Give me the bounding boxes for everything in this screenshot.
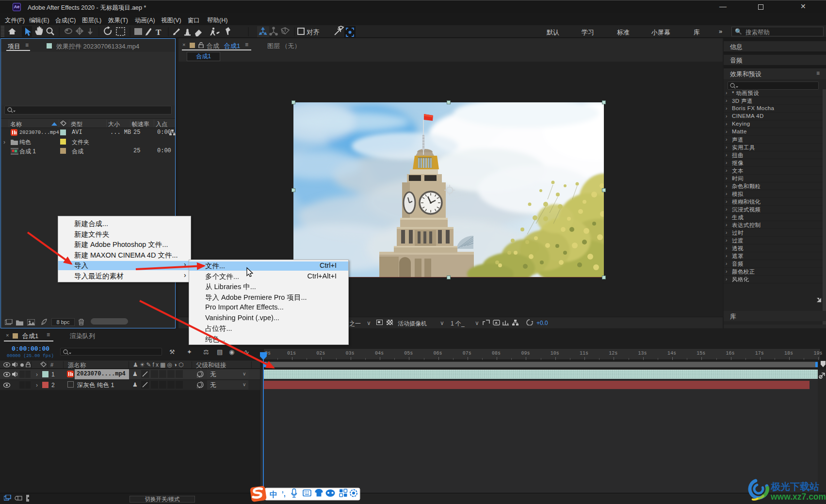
svg-text:T: T (156, 28, 162, 37)
